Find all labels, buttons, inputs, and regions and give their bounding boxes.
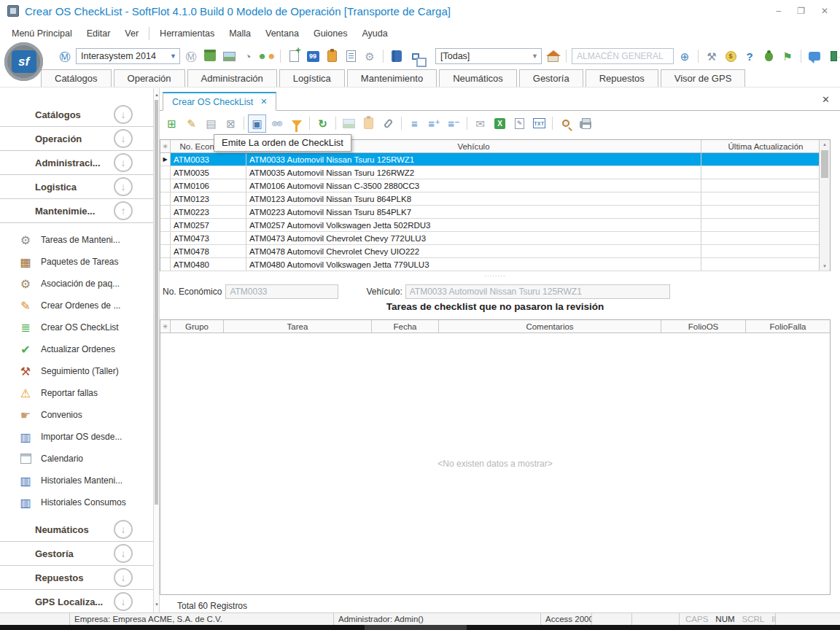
tab-mantenimiento[interactable]: Mantenimiento bbox=[347, 69, 437, 87]
splitter-handle[interactable]: ········ bbox=[160, 273, 831, 279]
edit-record-button[interactable]: ✎ bbox=[182, 114, 201, 133]
help-icon[interactable]: ? bbox=[742, 48, 758, 64]
expand-down-icon[interactable]: ↓ bbox=[114, 129, 133, 148]
dashboard-gauge-icon[interactable]: ◔ bbox=[240, 48, 256, 64]
tab-logistica[interactable]: Logística bbox=[279, 69, 345, 87]
gear-icon[interactable]: ⚙ bbox=[362, 48, 378, 64]
sidebar-item-calendario[interactable]: Calendario bbox=[0, 448, 153, 470]
table-row[interactable]: ATM0480 ATM0480 Automovil Volkswagen Jet… bbox=[160, 258, 830, 271]
menu-item-guiones[interactable]: Guiones bbox=[306, 25, 355, 42]
expand-down-icon[interactable]: ↓ bbox=[114, 592, 133, 611]
no-economico-field[interactable]: ATM0033 bbox=[225, 284, 338, 299]
tab-gestoria[interactable]: Gestoría bbox=[519, 69, 583, 87]
sidebar-section-neumaticos[interactable]: Neumáticos ↓ bbox=[0, 518, 153, 542]
sidebar-section-gps-localiza[interactable]: GPS Localiza... ↓ bbox=[0, 590, 153, 614]
table-row[interactable]: ATM0478 ATM0478 Automovil Chevrolet Chev… bbox=[160, 245, 830, 258]
sidebar-item-tareas-mantenimiento[interactable]: ⚙ Tareas de Manteni... bbox=[0, 229, 153, 251]
sidebar-section-repuestos[interactable]: Repuestos ↓ bbox=[0, 566, 153, 590]
column-header-fecha[interactable]: Fecha bbox=[372, 320, 439, 332]
expand-down-icon[interactable]: ↓ bbox=[114, 520, 133, 539]
profile-combo[interactable]: Interasystem 2014 ▼ bbox=[76, 48, 180, 64]
menu-item-editar[interactable]: Editar bbox=[79, 25, 118, 42]
flag-icon[interactable]: ⚑ bbox=[779, 48, 796, 64]
sidebar-section-catalogos[interactable]: Catálogos ↓ bbox=[0, 103, 153, 127]
search-binoculars-button[interactable]: ◎◎ bbox=[268, 114, 286, 133]
collapse-tree-button[interactable]: ≡⁻ bbox=[445, 114, 463, 133]
sidebar-item-convenios[interactable]: ☛ Convenios bbox=[0, 404, 153, 426]
column-header-folioos[interactable]: FolioOS bbox=[661, 320, 746, 332]
table-row[interactable]: ATM0123 ATM0123 Automovil Nissan Tsuru 8… bbox=[160, 192, 830, 206]
column-header-ultima-actualizacion[interactable]: Última Actualización bbox=[701, 140, 830, 152]
table-row[interactable]: ATM0035 ATM0035 Automovil Nissan Tsuru 1… bbox=[160, 166, 830, 179]
sidebar-item-historiales-consumos[interactable]: ▥ Historiales Consumos bbox=[0, 491, 153, 513]
tab-neumaticos[interactable]: Neumáticos bbox=[439, 69, 517, 87]
sidebar-section-logistica[interactable]: Logistica ↓ bbox=[0, 175, 153, 199]
email-button[interactable]: ✉ bbox=[471, 114, 489, 133]
sidebar-item-crear-ordenes[interactable]: ✎ Crear Ordenes de ... bbox=[0, 295, 153, 316]
column-header-tarea[interactable]: Tarea bbox=[224, 320, 372, 332]
windows-switch-icon[interactable] bbox=[408, 48, 424, 64]
tab-administracion[interactable]: Administración bbox=[187, 69, 277, 87]
preview-button[interactable] bbox=[556, 114, 575, 133]
expand-down-icon[interactable]: ↓ bbox=[114, 544, 133, 563]
tab-catalogos[interactable]: Catálogos bbox=[41, 69, 112, 87]
collapse-up-icon[interactable]: ↑ bbox=[114, 201, 133, 220]
export-excel-button[interactable]: X bbox=[491, 114, 509, 133]
tab-repuestos[interactable]: Repuestos bbox=[586, 69, 658, 87]
sidebar-item-paquetes-tareas[interactable]: ▦ Paquetes de Tareas bbox=[0, 251, 153, 273]
bug-icon[interactable] bbox=[761, 48, 777, 64]
expand-down-icon[interactable]: ↓ bbox=[114, 568, 133, 587]
currency-icon[interactable]: $ bbox=[723, 48, 739, 64]
delete-record-button[interactable]: ⊠ bbox=[222, 114, 240, 133]
image-icon[interactable] bbox=[221, 48, 237, 64]
refresh-button[interactable]: ↻ bbox=[314, 114, 332, 133]
sidebar-section-mantenimiento[interactable]: Mantenimie... ↑ bbox=[0, 199, 153, 223]
expand-down-icon[interactable]: ↓ bbox=[114, 153, 133, 172]
menu-item-ayuda[interactable]: Ayuda bbox=[354, 25, 394, 42]
sidebar-item-crear-os-checklist[interactable]: ≣ Crear OS CheckList bbox=[0, 316, 153, 338]
scrollbar-thumb[interactable] bbox=[821, 150, 828, 178]
menu-item-ver[interactable]: Ver bbox=[117, 25, 146, 42]
sidebar-section-operacion[interactable]: Operación ↓ bbox=[0, 127, 153, 151]
restore-button[interactable]: ❐ bbox=[797, 6, 805, 16]
catalog-book-icon[interactable] bbox=[389, 48, 405, 64]
new-document-icon[interactable] bbox=[286, 48, 302, 64]
column-header-foliofalla[interactable]: FolioFalla bbox=[746, 320, 830, 332]
home-icon[interactable] bbox=[545, 48, 561, 64]
tab-close-icon[interactable]: ✕ bbox=[260, 97, 267, 106]
tools-search-icon[interactable]: ⚒ bbox=[704, 48, 720, 64]
expand-down-icon[interactable]: ↓ bbox=[114, 105, 133, 124]
clipboard-icon[interactable] bbox=[324, 48, 340, 64]
scrollbar-thumb[interactable] bbox=[155, 100, 158, 505]
document-tab-crear-os-checklist[interactable]: Crear OS CheckList ✕ bbox=[163, 92, 276, 111]
exit-door-icon[interactable] bbox=[825, 48, 840, 64]
tab-visor-gps[interactable]: Visor de GPS bbox=[661, 69, 746, 87]
table-row[interactable]: ATM0473 ATM0473 Automovil Chevrolet Chev… bbox=[160, 232, 830, 245]
sidebar-section-gestoria[interactable]: Gestoría ↓ bbox=[0, 542, 153, 566]
column-header-comentarios[interactable]: Comentarios bbox=[439, 320, 661, 332]
scroll-up-icon[interactable]: ▲ bbox=[155, 93, 159, 97]
sidebar-item-asociacion-paquetes[interactable]: ⚙ Asociación de paq... bbox=[0, 273, 153, 295]
sidebar-item-seguimiento-taller[interactable]: ⚒ Seguimiento (Taller) bbox=[0, 360, 153, 382]
column-header-grupo[interactable]: Grupo bbox=[171, 320, 224, 332]
table-row[interactable]: ATM0223 ATM0223 Automovil Nissan Tsuru 8… bbox=[160, 206, 830, 219]
grid-vertical-scrollbar[interactable]: ▲ ▼ bbox=[819, 140, 830, 271]
sidebar-item-historiales-mantenimiento[interactable]: ▥ Historiales Manteni... bbox=[0, 470, 153, 491]
sidebar-section-administracion[interactable]: Administraci... ↓ bbox=[0, 151, 153, 175]
menu-item-menu-principal[interactable]: Menú Principal bbox=[4, 25, 79, 42]
sidebar-item-actualizar-ordenes[interactable]: ✔ Actualizar Ordenes bbox=[0, 338, 153, 360]
expand-down-icon[interactable]: ↓ bbox=[114, 177, 133, 196]
scroll-up-icon[interactable]: ▲ bbox=[822, 142, 827, 147]
tree-view-button[interactable]: ≡ bbox=[405, 114, 424, 133]
scroll-down-icon[interactable]: ▼ bbox=[822, 264, 827, 268]
menu-item-malla[interactable]: Malla bbox=[222, 25, 258, 42]
archive-icon[interactable] bbox=[202, 48, 218, 64]
users-icon[interactable]: ☻☻ bbox=[259, 48, 275, 64]
vehiculo-field[interactable]: ATM0033 Automovil Nissan Tsuru 125RWZ1 bbox=[405, 284, 670, 299]
attachment-button[interactable] bbox=[379, 114, 397, 133]
report-document-icon[interactable] bbox=[343, 48, 359, 64]
expand-tree-button[interactable]: ≡⁺ bbox=[425, 114, 443, 133]
todas-filter-combo[interactable]: [Todas] ▼ bbox=[435, 48, 542, 64]
filter-button[interactable] bbox=[287, 114, 306, 133]
badge-99-icon[interactable]: 99 bbox=[305, 48, 321, 64]
